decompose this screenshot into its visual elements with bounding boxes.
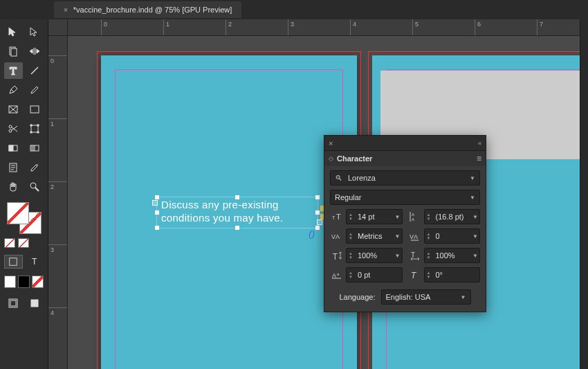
direct-selection-tool[interactable] xyxy=(26,24,44,40)
text-outport[interactable] xyxy=(317,219,322,225)
free-transform-tool[interactable] xyxy=(26,120,44,137)
tab-title: *vaccine_brochure.indd @ 75% [GPU Previe… xyxy=(73,6,232,14)
selection-tool[interactable] xyxy=(4,24,23,40)
leading-field[interactable]: ▲▼ (16.8 pt) ▼ xyxy=(424,209,481,224)
svg-rect-33 xyxy=(31,300,38,307)
tracking-field[interactable]: ▲▼ 0 ▼ xyxy=(424,228,481,244)
disclosure-icon[interactable]: ◇ xyxy=(329,155,333,162)
horizontal-ruler[interactable]: 0 1 2 3 4 5 6 7 xyxy=(68,19,588,36)
font-size-field[interactable]: ▲▼ 14 pt ▼ xyxy=(346,209,403,224)
pencil-tool[interactable] xyxy=(26,82,44,98)
ruler-origin[interactable] xyxy=(48,19,68,36)
gap-tool[interactable] xyxy=(26,43,44,60)
stepper-arrows[interactable]: ▲▼ xyxy=(425,269,433,280)
eyedropper-tool[interactable] xyxy=(26,159,44,176)
text-frame-content[interactable]: Discuss any pre-existing conditions you … xyxy=(157,197,318,226)
vertical-scale-field[interactable]: ▲▼ 100% ▼ xyxy=(346,248,403,263)
text-inport[interactable] xyxy=(152,200,158,206)
skew-field[interactable]: ▲▼ 0° xyxy=(424,267,481,282)
resize-handle[interactable] xyxy=(315,226,320,230)
resize-handle[interactable] xyxy=(315,210,320,215)
fill-swatch[interactable] xyxy=(7,202,29,224)
panel-title: Character xyxy=(337,154,372,163)
language-field[interactable]: English: USA ▼ xyxy=(381,289,471,305)
apply-color-button[interactable] xyxy=(4,276,16,288)
document-workspace: 0 1 2 3 4 5 6 7 0 1 2 3 4 Discuss any pr… xyxy=(48,19,588,369)
svg-text:A: A xyxy=(412,213,414,217)
language-value: English: USA xyxy=(386,293,431,301)
stepper-arrows[interactable]: ▲▼ xyxy=(425,250,433,261)
default-fill-stroke-icon[interactable] xyxy=(18,238,29,248)
formatting-text-button[interactable]: T xyxy=(26,255,44,269)
chevron-down-icon[interactable]: ▼ xyxy=(470,175,475,181)
stepper-arrows[interactable]: ▲▼ xyxy=(425,211,433,222)
ruler-tick: 3 xyxy=(288,19,294,35)
gradient-feather-tool[interactable] xyxy=(26,140,44,156)
panel-header[interactable]: × « xyxy=(324,136,486,151)
swap-fill-stroke-icon[interactable] xyxy=(4,238,15,248)
document-tab[interactable]: × *vaccine_brochure.indd @ 75% [GPU Prev… xyxy=(54,1,241,18)
rectangle-tool[interactable] xyxy=(26,101,44,118)
vertical-scale-value: 100% xyxy=(355,251,394,260)
type-tool[interactable] xyxy=(4,62,23,79)
chevron-down-icon[interactable]: ▼ xyxy=(471,214,479,220)
zoom-tool[interactable] xyxy=(26,179,44,195)
ruler-tick: 1 xyxy=(48,118,67,127)
svg-text:T: T xyxy=(332,215,336,220)
fill-stroke-swatch[interactable] xyxy=(4,202,44,233)
stepper-arrows[interactable]: ▲▼ xyxy=(347,231,355,242)
hand-tool[interactable] xyxy=(4,179,23,195)
resize-handle[interactable] xyxy=(155,226,159,230)
close-icon[interactable]: × xyxy=(64,6,68,14)
view-mode-normal-button[interactable] xyxy=(4,295,23,312)
chevron-down-icon[interactable]: ▼ xyxy=(394,233,402,240)
font-family-field[interactable]: 🔍︎Lorenza ▼ xyxy=(330,170,480,186)
font-size-icon: TT xyxy=(330,212,344,222)
resize-handle[interactable] xyxy=(235,226,239,230)
chevron-down-icon[interactable]: ▼ xyxy=(471,233,479,240)
right-panel-rail[interactable] xyxy=(580,19,588,369)
font-style-field[interactable]: Regular ▼ xyxy=(330,190,480,205)
panel-menu-icon[interactable]: ≡ xyxy=(477,154,481,163)
resize-handle[interactable] xyxy=(235,195,239,199)
baseline-shift-icon: Aa xyxy=(330,270,344,280)
horizontal-scale-field[interactable]: ▲▼ 100% ▼ xyxy=(424,248,481,263)
chevron-down-icon[interactable]: ▼ xyxy=(394,253,402,259)
font-style-value: Regular xyxy=(335,193,362,201)
close-panel-icon[interactable]: × xyxy=(329,139,333,147)
resize-handle[interactable] xyxy=(155,195,159,199)
chevron-down-icon[interactable]: ▼ xyxy=(470,195,475,201)
vertical-scale-icon: T xyxy=(330,251,344,260)
page-tool[interactable] xyxy=(4,43,23,60)
baseline-shift-field[interactable]: ▲▼ 0 pt xyxy=(346,267,403,282)
horizontal-scale-icon: T xyxy=(408,251,422,260)
selected-text-frame[interactable]: Discuss any pre-existing conditions you … xyxy=(156,197,318,228)
stepper-arrows[interactable]: ▲▼ xyxy=(347,211,355,222)
apply-gradient-button[interactable] xyxy=(18,276,30,288)
resize-handle[interactable] xyxy=(315,195,320,199)
gradient-swatch-tool[interactable] xyxy=(4,140,23,156)
kerning-field[interactable]: ▲▼ Metrics ▼ xyxy=(346,228,403,244)
stepper-arrows[interactable]: ▲▼ xyxy=(347,250,355,261)
character-panel[interactable]: × « ◇ Character ≡ 🔍︎Lorenza ▼ Regular ▼ … xyxy=(324,135,486,312)
note-tool[interactable] xyxy=(4,159,23,176)
apply-none-button[interactable] xyxy=(32,276,44,288)
font-family-value: Lorenza xyxy=(348,174,376,182)
stepper-arrows[interactable]: ▲▼ xyxy=(425,231,433,242)
svg-text:a: a xyxy=(337,272,340,276)
resize-handle[interactable] xyxy=(155,210,159,215)
view-mode-preview-button[interactable] xyxy=(26,295,44,312)
chevron-down-icon[interactable]: ▼ xyxy=(394,214,402,220)
pen-tool[interactable] xyxy=(4,82,23,98)
ruler-tick: 1 xyxy=(163,19,169,35)
rectangle-frame-tool[interactable] xyxy=(4,101,23,118)
ruler-tick: 3 xyxy=(48,244,67,253)
collapse-panel-icon[interactable]: « xyxy=(478,140,481,147)
formatting-container-button[interactable] xyxy=(4,255,23,269)
line-tool[interactable] xyxy=(26,62,44,79)
chevron-down-icon[interactable]: ▼ xyxy=(471,253,479,259)
chevron-down-icon[interactable]: ▼ xyxy=(461,294,466,300)
vertical-ruler[interactable]: 0 1 2 3 4 xyxy=(48,36,68,369)
scissors-tool[interactable] xyxy=(4,120,23,137)
stepper-arrows[interactable]: ▲▼ xyxy=(347,269,355,280)
